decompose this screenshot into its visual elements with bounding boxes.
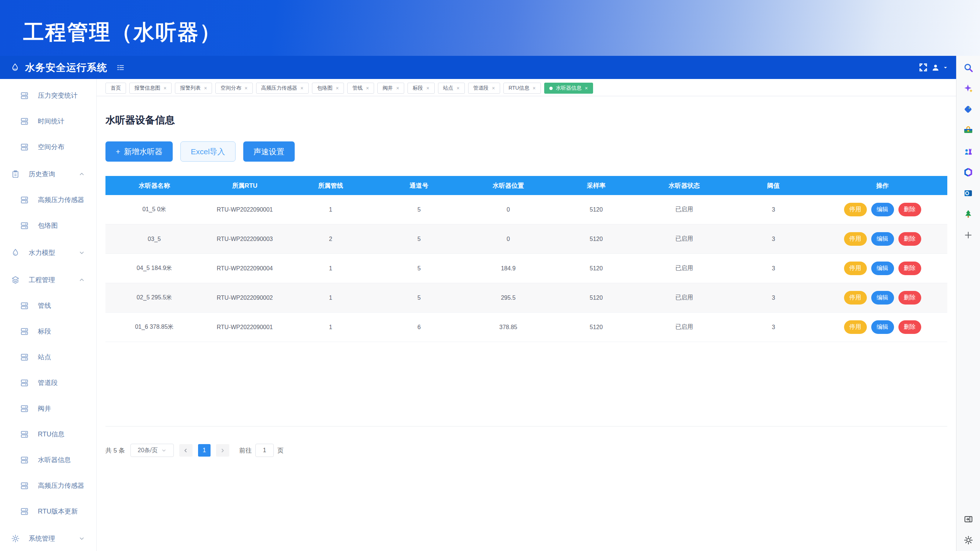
m365-icon[interactable]	[963, 167, 974, 178]
sidebar-item-标段[interactable]: 标段	[0, 319, 96, 344]
close-icon[interactable]: ×	[585, 86, 588, 91]
search-icon[interactable]	[963, 62, 974, 73]
edit-button[interactable]: 编辑	[871, 291, 894, 305]
next-page-button[interactable]	[216, 444, 229, 457]
sidebar-item-系统管理[interactable]: 系统管理	[0, 526, 96, 551]
sidebar-item-水力模型[interactable]: 水力模型	[0, 240, 96, 265]
tab-水听器信息[interactable]: 水听器信息×	[544, 83, 593, 94]
toolbox-icon[interactable]	[963, 125, 974, 135]
sound-speed-settings-button[interactable]: 声速设置	[243, 141, 295, 162]
sidebar-item-站点[interactable]: 站点	[0, 344, 96, 370]
disable-button[interactable]: 停用	[844, 320, 867, 334]
table-row: 01_5 0米RTU-WP20220900011505120已启用3停用编辑删除	[105, 195, 947, 224]
close-icon[interactable]: ×	[426, 86, 429, 91]
tab-管线[interactable]: 管线×	[347, 83, 374, 94]
page-title: 工程管理（水听器）	[0, 0, 980, 47]
sidebar-item-RTU版本更新[interactable]: RTU版本更新	[0, 499, 96, 524]
tab-RTU信息[interactable]: RTU信息×	[503, 83, 541, 94]
excel-import-button[interactable]: Excel导入	[180, 141, 235, 162]
cell-name: 03_5	[105, 236, 203, 243]
cell-channel: 5	[375, 265, 463, 272]
cell-actions: 停用编辑删除	[818, 232, 947, 246]
gear-icon	[11, 534, 20, 543]
delete-button[interactable]: 删除	[899, 203, 921, 216]
shopping-tag-icon[interactable]	[963, 104, 974, 114]
sidebar-item-阀井[interactable]: 阀井	[0, 395, 96, 421]
tab-首页[interactable]: 首页	[105, 83, 126, 94]
page-size-select[interactable]: 20条/页	[130, 444, 174, 457]
outlook-icon[interactable]	[963, 188, 974, 198]
add-hydrophone-button[interactable]: + 新增水听器	[105, 141, 173, 162]
cell-name: 04_5 184.9米	[105, 265, 203, 272]
sidebar-item-空间分布[interactable]: 空间分布	[0, 134, 96, 160]
menu-card-icon	[20, 378, 29, 387]
sidebar-item-管道段[interactable]: 管道段	[0, 370, 96, 395]
tab-报警信息图[interactable]: 报警信息图×	[129, 83, 172, 94]
prev-page-button[interactable]	[179, 444, 192, 457]
sidebar-item-管线[interactable]: 管线	[0, 293, 96, 319]
close-icon[interactable]: ×	[457, 86, 460, 91]
edit-button[interactable]: 编辑	[871, 232, 894, 246]
close-icon[interactable]: ×	[244, 86, 247, 91]
delete-button[interactable]: 删除	[899, 232, 921, 246]
user-icon[interactable]	[932, 64, 940, 71]
delete-button[interactable]: 删除	[899, 262, 921, 275]
sidebar-item-RTU信息[interactable]: RTU信息	[0, 421, 96, 447]
close-icon[interactable]: ×	[366, 86, 369, 91]
caret-down-icon[interactable]	[943, 65, 948, 70]
collapse-panel-icon[interactable]	[963, 514, 974, 524]
sidebar-item-包络图[interactable]: 包络图	[0, 213, 96, 238]
page-number-button[interactable]: 1	[198, 444, 210, 457]
close-icon[interactable]: ×	[336, 86, 339, 91]
close-icon[interactable]: ×	[164, 86, 167, 91]
sidebar-item-时间统计[interactable]: 时间统计	[0, 108, 96, 134]
disable-button[interactable]: 停用	[844, 262, 867, 275]
edit-button[interactable]: 编辑	[871, 203, 894, 216]
settings-icon[interactable]	[963, 535, 974, 545]
tab-空间分布[interactable]: 空间分布×	[215, 83, 253, 94]
close-icon[interactable]: ×	[204, 86, 207, 91]
delete-button[interactable]: 删除	[899, 320, 921, 334]
tab-高频压力传感器[interactable]: 高频压力传感器×	[256, 83, 309, 94]
sidebar-item-工程管理[interactable]: 工程管理	[0, 267, 96, 293]
menu-card-icon	[20, 456, 29, 464]
disable-button[interactable]: 停用	[844, 232, 867, 246]
jump-page-input[interactable]	[255, 444, 274, 457]
close-icon[interactable]: ×	[396, 86, 399, 91]
sidebar-item-历史查询[interactable]: 历史查询	[0, 161, 96, 187]
sidebar-item-高频压力传感器[interactable]: 高频压力传感器	[0, 473, 96, 499]
disable-button[interactable]: 停用	[844, 291, 867, 305]
close-icon[interactable]: ×	[533, 86, 535, 91]
sidebar-item-高频压力传感器[interactable]: 高频压力传感器	[0, 187, 96, 213]
tab-报警列表[interactable]: 报警列表×	[175, 83, 212, 94]
close-icon[interactable]: ×	[301, 86, 304, 91]
sidebar-item-水听器信息[interactable]: 水听器信息	[0, 447, 96, 473]
disable-button[interactable]: 停用	[844, 203, 867, 216]
tab-标段[interactable]: 标段×	[407, 83, 434, 94]
column-header: 水听器名称	[105, 181, 203, 190]
tab-管道段[interactable]: 管道段×	[468, 83, 500, 94]
cell-position: 0	[463, 206, 554, 213]
edit-button[interactable]: 编辑	[871, 262, 894, 275]
edit-button[interactable]: 编辑	[871, 320, 894, 334]
tab-包络图[interactable]: 包络图×	[312, 83, 344, 94]
copilot-icon[interactable]	[963, 83, 974, 94]
add-icon[interactable]	[963, 230, 974, 240]
close-icon[interactable]: ×	[492, 86, 495, 91]
sidebar-item-压力突变统计[interactable]: 压力突变统计	[0, 83, 96, 108]
tab-阀井[interactable]: 阀井×	[377, 83, 404, 94]
cell-status: 已启用	[639, 294, 729, 302]
cell-sample_rate: 5120	[554, 295, 640, 301]
fullscreen-icon[interactable]	[918, 62, 928, 72]
games-icon[interactable]	[963, 146, 974, 157]
delete-button[interactable]: 删除	[899, 291, 921, 305]
tab-站点[interactable]: 站点×	[438, 83, 465, 94]
tree-icon[interactable]	[963, 209, 974, 219]
sidebar-item-label: 时间统计	[38, 117, 64, 125]
tab-label: 空间分布	[221, 85, 241, 92]
sidebar-item-label: 标段	[38, 327, 51, 336]
app-navbar: 水务安全运行系统	[0, 56, 956, 79]
menu-card-icon	[20, 353, 29, 362]
cell-rtu: RTU-WP2022090004	[203, 265, 286, 272]
collapse-menu-icon[interactable]	[116, 63, 125, 72]
